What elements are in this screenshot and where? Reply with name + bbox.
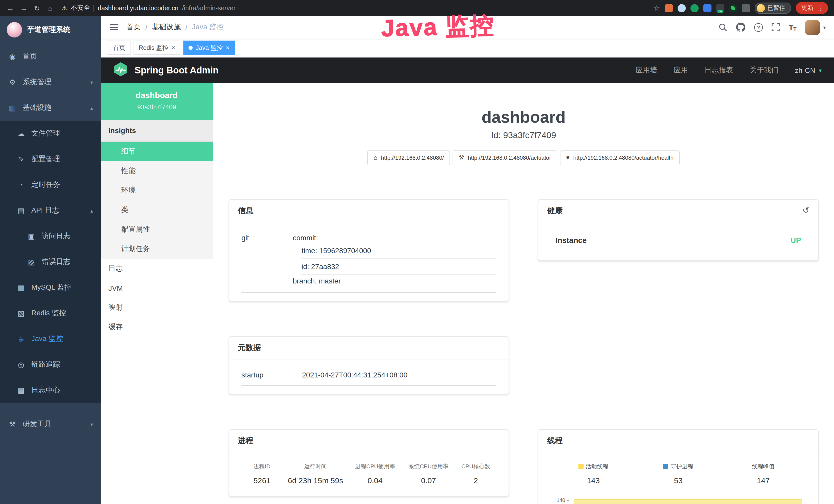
sidebar-item-config-manage[interactable]: ✎ 配置管理 bbox=[0, 146, 101, 172]
sidebar-item-home[interactable]: ◉ 首页 bbox=[0, 44, 101, 69]
sidebar-item-java-monitor[interactable]: ☕ Java 监控 bbox=[0, 326, 101, 352]
hamburger-icon[interactable] bbox=[109, 22, 119, 33]
sba-item-scheduled-tasks[interactable]: 计划任务 bbox=[101, 239, 213, 259]
locale-value: zh-CN bbox=[795, 66, 815, 74]
sba-item-logs[interactable]: 日志 bbox=[101, 259, 213, 278]
metadata-key: startup bbox=[241, 371, 302, 379]
actuator-url-link[interactable]: ⚒ http://192.168.0.2:48080/actuator bbox=[453, 151, 557, 165]
sidebar-item-dev-tools[interactable]: ⚒ 研发工具 ▾ bbox=[0, 411, 101, 437]
tag-label: 首页 bbox=[113, 43, 125, 52]
instance-url-link[interactable]: ⌂ http://192.168.0.2:48080/ bbox=[368, 151, 450, 165]
sba-logo-icon[interactable] bbox=[113, 62, 128, 79]
metadata-startup-row: startup 2021-04-27T00:44:31.254+08:00 bbox=[241, 364, 497, 386]
forward-icon[interactable]: → bbox=[18, 2, 30, 14]
url-path[interactable]: /infra/admin-server bbox=[182, 4, 236, 12]
fullscreen-icon[interactable] bbox=[772, 23, 780, 31]
sba-item-label: 性能 bbox=[121, 166, 136, 176]
app-logo-row[interactable]: 芋道管理系统 bbox=[0, 16, 101, 44]
locale-select[interactable]: zh-CN ▾ bbox=[795, 66, 822, 74]
sba-item-caches[interactable]: 缓存 bbox=[101, 317, 213, 337]
github-icon[interactable] bbox=[736, 23, 745, 32]
sidebar-item-error-log[interactable]: ▨ 错误日志 bbox=[0, 249, 101, 275]
extension-icon-leaf[interactable] bbox=[729, 4, 737, 12]
legend-label: 线程峰值 bbox=[752, 463, 775, 471]
extension-icon-4[interactable] bbox=[703, 4, 711, 12]
on-badge: on bbox=[717, 9, 723, 13]
legend-label: 活动线程 bbox=[586, 463, 608, 471]
tag-java-monitor[interactable]: Java 监控 × bbox=[183, 41, 235, 55]
sba-item-jvm[interactable]: JVM bbox=[101, 278, 213, 298]
bookmark-star-icon[interactable]: ☆ bbox=[653, 3, 660, 13]
url-host[interactable]: dashboard.yudao.iocoder.cn bbox=[98, 4, 178, 12]
extension-icon-on[interactable]: on bbox=[716, 4, 724, 12]
sba-item-mappings[interactable]: 映射 bbox=[101, 298, 213, 317]
help-icon[interactable]: ? bbox=[754, 23, 763, 31]
health-instance-row[interactable]: Instance UP bbox=[551, 232, 806, 252]
sba-nav-applications[interactable]: 应用 bbox=[674, 66, 688, 75]
instance-links: ⌂ http://192.168.0.2:48080/ ⚒ http://192… bbox=[228, 151, 818, 165]
sba-item-config-props[interactable]: 配置属性 bbox=[101, 220, 213, 239]
browser-actions: ☆ on 已暂停 更新 ⋮ bbox=[653, 2, 830, 14]
extension-icon-2[interactable] bbox=[678, 4, 686, 12]
search-icon[interactable] bbox=[719, 23, 727, 31]
sba-nav-about[interactable]: 关于我们 bbox=[750, 66, 778, 75]
legend-swatch-blue bbox=[663, 464, 668, 469]
gear-icon: ⚙ bbox=[8, 78, 17, 86]
close-icon[interactable]: × bbox=[226, 45, 229, 51]
history-icon[interactable]: ↺ bbox=[803, 207, 809, 215]
edit-icon: ✎ bbox=[17, 155, 26, 163]
legend-value: 53 bbox=[636, 476, 721, 485]
font-size-icon[interactable]: T T bbox=[789, 23, 796, 31]
stat-value: 5261 bbox=[243, 476, 281, 485]
extensions-puzzle-icon[interactable] bbox=[742, 4, 750, 12]
sidebar-item-log-center[interactable]: ▤ 日志中心 bbox=[0, 377, 101, 403]
sidebar-item-mysql-monitor[interactable]: ▥ MySQL 监控 bbox=[0, 275, 101, 300]
profile-paused-chip[interactable]: 已暂停 bbox=[755, 2, 791, 14]
reload-icon[interactable]: ↻ bbox=[31, 2, 43, 14]
legend-swatch-yellow bbox=[578, 464, 584, 469]
api-log-icon: ▤ bbox=[17, 206, 26, 215]
tag-redis-monitor[interactable]: Redis 监控 × bbox=[134, 41, 180, 55]
sidebar-item-label: API 日志 bbox=[31, 206, 59, 215]
legend-value: 143 bbox=[551, 476, 636, 485]
tag-home[interactable]: 首页 bbox=[108, 41, 130, 55]
breadcrumb-infra[interactable]: 基础设施 bbox=[152, 23, 181, 32]
sidebar-item-scheduled-jobs[interactable]: ◔ 定时任务 bbox=[0, 172, 101, 198]
sba-item-details[interactable]: 细节 bbox=[101, 142, 213, 161]
close-icon[interactable]: × bbox=[172, 45, 175, 51]
sidebar-item-api-log[interactable]: ▤ API 日志 ▴ bbox=[0, 198, 101, 223]
health-url-link[interactable]: ♥ http://192.168.0.2:48080/actuator/heal… bbox=[560, 151, 680, 165]
browser-nav: ← → ↻ ⌂ bbox=[4, 2, 57, 14]
sba-item-classes[interactable]: 类 bbox=[101, 200, 213, 220]
process-card-title: 进程 bbox=[229, 430, 509, 452]
breadcrumb-current: Java 监控 bbox=[192, 23, 224, 32]
sidebar-item-label: 基础设施 bbox=[23, 103, 51, 112]
sidebar-item-system[interactable]: ⚙ 系统管理 ▾ bbox=[0, 69, 101, 95]
sba-item-label: 类 bbox=[121, 205, 128, 215]
sidebar-item-file-manage[interactable]: ☁ 文件管理 bbox=[0, 121, 101, 146]
extension-icon-3[interactable] bbox=[690, 4, 699, 12]
browser-menu-icon[interactable]: ⋮ bbox=[817, 4, 824, 12]
sba-item-metrics[interactable]: 性能 bbox=[101, 161, 213, 181]
sidebar-item-redis-monitor[interactable]: ▧ Redis 监控 bbox=[0, 300, 101, 326]
sba-nav-wallboard[interactable]: 应用墙 bbox=[636, 66, 657, 75]
back-icon[interactable]: ← bbox=[4, 2, 17, 14]
sidebar-item-label: 访问日志 bbox=[42, 232, 70, 241]
user-avatar bbox=[805, 20, 820, 35]
sidebar-item-trace[interactable]: ◎ 链路追踪 bbox=[0, 352, 101, 377]
user-menu[interactable]: ▾ bbox=[805, 20, 826, 35]
update-button[interactable]: 更新 ⋮ bbox=[795, 2, 828, 14]
sba-instance-header[interactable]: dashboard 93a3fc7f7409 bbox=[101, 83, 213, 120]
stat-label: 进程ID bbox=[243, 463, 281, 471]
address-bar[interactable]: ⚠ 不安全 dashboard.yudao.iocoder.cn/infra/a… bbox=[62, 4, 653, 12]
sba-brand[interactable]: Spring Boot Admin bbox=[135, 65, 219, 76]
legend-daemon-threads: 守护进程 53 bbox=[636, 463, 721, 485]
security-label[interactable]: 不安全 bbox=[71, 4, 90, 12]
sba-item-environment[interactable]: 环境 bbox=[101, 181, 213, 200]
sidebar-item-infra[interactable]: ▦ 基础设施 ▴ bbox=[0, 95, 101, 121]
extension-icon-1[interactable] bbox=[665, 4, 673, 12]
sidebar-item-access-log[interactable]: ▣ 访问日志 bbox=[0, 223, 101, 249]
breadcrumb-home[interactable]: 首页 bbox=[126, 23, 141, 32]
home-icon[interactable]: ⌂ bbox=[44, 2, 57, 14]
sba-nav-journal[interactable]: 日志报表 bbox=[705, 66, 733, 75]
